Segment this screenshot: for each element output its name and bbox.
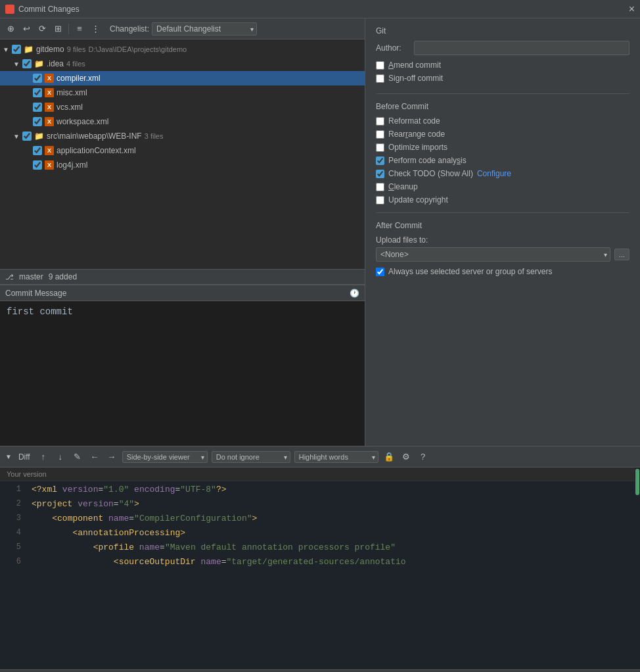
checkbox-log4j[interactable] <box>33 160 42 170</box>
clock-icon[interactable]: 🕐 <box>350 289 359 298</box>
checkbox-compiler[interactable] <box>33 74 42 83</box>
window-title: Commit Changes <box>18 5 80 14</box>
always-use-checkbox[interactable] <box>376 268 384 276</box>
diff-forward-icon[interactable]: → <box>105 450 118 464</box>
rearrange-code-label[interactable]: Rearrange code <box>388 130 445 139</box>
close-button[interactable]: × <box>629 4 635 14</box>
rearrange-code-row: Rearrange code <box>376 130 629 139</box>
tree-item-appctx[interactable]: ▶ X applicationContext.xml <box>0 143 365 158</box>
line-num-3: 3 <box>0 514 26 523</box>
browse-button[interactable]: ... <box>614 249 629 260</box>
diff-header: ▼ Diff ↑ ↓ ✎ ← → Side-by-side viewer Uni… <box>0 446 640 468</box>
help-diff-icon[interactable]: ? <box>417 450 430 464</box>
undo-icon[interactable]: ↩ <box>20 22 33 36</box>
commit-message-input[interactable]: first commit <box>0 301 365 446</box>
tree-label-misc: misc.xml <box>57 88 87 97</box>
author-input[interactable] <box>414 41 629 55</box>
after-commit-label: After Commit <box>376 221 629 230</box>
rearrange-code-checkbox[interactable] <box>376 130 384 139</box>
tree-item-compiler[interactable]: ▶ X compiler.xml <box>0 71 365 85</box>
perform-analysis-checkbox[interactable] <box>376 156 384 165</box>
reformat-code-checkbox[interactable] <box>376 117 384 126</box>
before-commit-label: Before Commit <box>376 102 629 111</box>
expand-icon-webinf[interactable]: ▼ <box>13 133 22 140</box>
upload-files-row: Upload files to: <box>376 235 629 245</box>
code-line-6: 6 <sourceOutputDir name="target/generate… <box>0 556 640 571</box>
code-content-3: <component name="CompilerConfiguration"> <box>26 514 640 523</box>
code-content-1: <?xml version="1.0" encoding="UTF-8"?> <box>26 485 640 494</box>
diff-expand-icon[interactable]: ▼ <box>5 453 12 460</box>
expand-icon-root[interactable]: ▼ <box>3 46 12 53</box>
viewer-select[interactable]: Side-by-side viewer Unified viewer <box>122 451 208 463</box>
xml-icon-misc: X <box>45 88 54 97</box>
signoff-commit-checkbox[interactable] <box>376 74 384 83</box>
update-copyright-checkbox[interactable] <box>376 196 384 204</box>
checkbox-appctx[interactable] <box>33 146 42 155</box>
always-use-label[interactable]: Always use selected server or group of s… <box>388 267 552 276</box>
checkbox-webinf[interactable] <box>22 132 32 141</box>
optimize-imports-checkbox[interactable] <box>376 143 384 152</box>
signoff-commit-label[interactable]: Sign-off commit <box>388 74 443 83</box>
diff-up-icon[interactable]: ↑ <box>37 450 50 464</box>
tree-item-log4j[interactable]: ▶ X log4j.xml <box>0 158 365 172</box>
cleanup-checkbox[interactable] <box>376 183 384 191</box>
tree-item-misc[interactable]: ▶ X misc.xml <box>0 85 365 100</box>
cleanup-row: Cleanup <box>376 182 629 191</box>
highlight-select[interactable]: Highlight words Highlight characters No … <box>294 451 378 463</box>
settings-icon[interactable]: ⚙ <box>400 450 413 464</box>
your-version-label: Your version <box>0 468 640 481</box>
diff-down-icon[interactable]: ↓ <box>54 450 67 464</box>
tree-item-vcs[interactable]: ▶ X vcs.xml <box>0 100 365 114</box>
lock-icon[interactable]: 🔒 <box>382 450 396 464</box>
configure-link[interactable]: Configure <box>477 169 511 178</box>
collapse-all-icon[interactable]: ≡ <box>73 22 86 36</box>
diff-scrollbar[interactable] <box>635 468 640 669</box>
perform-analysis-row: Perform code analysis <box>376 156 629 165</box>
checkbox-workspace[interactable] <box>33 117 42 126</box>
update-copyright-label[interactable]: Update copyright <box>388 195 448 204</box>
amend-commit-checkbox[interactable] <box>376 61 384 70</box>
changelist-select[interactable]: Default Changelist <box>152 22 257 36</box>
divider-2 <box>376 212 629 213</box>
check-todo-label[interactable]: Check TODO (Show All) <box>388 169 473 178</box>
title-bar-left: Commit Changes <box>5 5 80 14</box>
highlight-select-wrapper: Highlight words Highlight characters No … <box>294 451 378 463</box>
tree-item-idea[interactable]: ▼ 📁 .idea 4 files <box>0 57 365 71</box>
checkbox-misc[interactable] <box>33 88 42 97</box>
diff-edit-icon[interactable]: ✎ <box>71 450 84 464</box>
before-commit-section: Before Commit Reformat code Rearrange co… <box>376 102 629 204</box>
after-commit-section: After Commit Upload files to: <None> ▾ .… <box>376 221 629 276</box>
tree-label-log4j: log4j.xml <box>57 160 87 170</box>
tree-count-idea: 4 files <box>66 60 85 68</box>
code-content-5: <profile name="Maven default annotation … <box>26 542 640 552</box>
checkbox-vcs[interactable] <box>33 103 42 112</box>
expand-icon-idea[interactable]: ▼ <box>13 60 22 68</box>
perform-analysis-label[interactable]: Perform code analysis <box>388 156 467 165</box>
tree-item-workspace[interactable]: ▶ X workspace.xml <box>0 114 365 129</box>
refresh-icon[interactable]: ⟳ <box>35 22 49 36</box>
group-icon[interactable]: ⊞ <box>51 22 64 36</box>
divider-1 <box>376 93 629 94</box>
move-icon[interactable]: ⊕ <box>4 22 17 36</box>
tree-item-webinf[interactable]: ▼ 📁 src\main\webapp\WEB-INF 3 files <box>0 129 365 143</box>
tree-item-root[interactable]: ▼ 📁 gitdemo 9 files D:\Java\IDEA\project… <box>0 42 365 57</box>
expand-all-icon[interactable]: ⋮ <box>89 22 102 36</box>
checkbox-idea[interactable] <box>22 59 32 68</box>
upload-select-row: <None> ▾ ... <box>376 247 629 262</box>
reformat-code-row: Reformat code <box>376 116 629 126</box>
reformat-code-label[interactable]: Reformat code <box>388 116 440 126</box>
ignore-select[interactable]: Do not ignore Ignore whitespace Ignore b… <box>212 451 290 463</box>
check-todo-checkbox[interactable] <box>376 170 384 178</box>
upload-select[interactable]: <None> <box>376 247 610 262</box>
cleanup-label[interactable]: Cleanup <box>388 182 418 191</box>
optimize-imports-label[interactable]: Optimize imports <box>388 143 447 152</box>
tree-path-root: D:\Java\IDEA\projects\gitdemo <box>88 45 187 53</box>
branch-name: master <box>19 272 43 281</box>
changelist-select-wrapper: Default Changelist ▾ <box>152 22 257 36</box>
code-area: 1 <?xml version="1.0" encoding="UTF-8"?>… <box>0 481 640 573</box>
diff-back-icon[interactable]: ← <box>88 450 101 464</box>
line-num-4: 4 <box>0 528 26 537</box>
checkbox-root[interactable] <box>12 45 21 54</box>
amend-commit-label[interactable]: Amend commit <box>388 60 441 70</box>
branch-icon: ⎇ <box>5 273 14 281</box>
